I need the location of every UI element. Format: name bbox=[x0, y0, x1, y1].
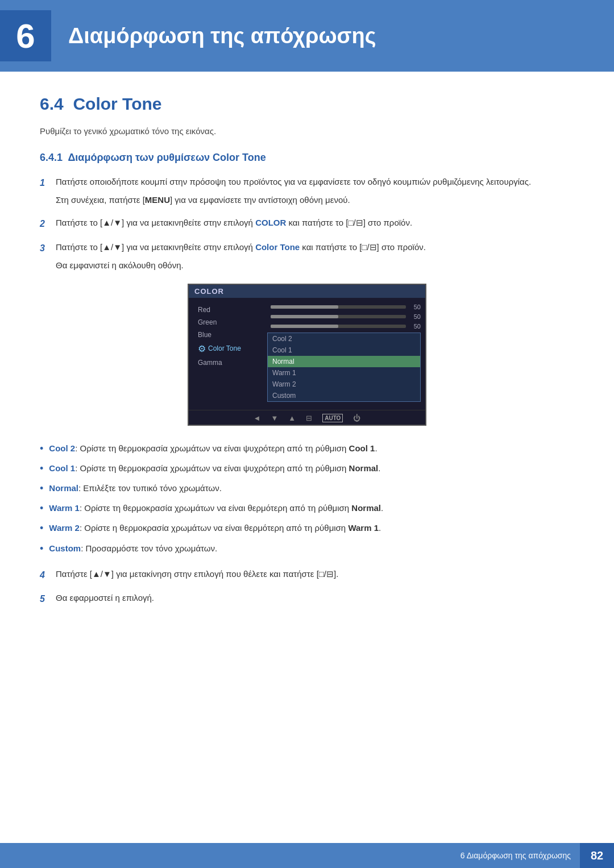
step-4: 4 Πατήστε [▲/▼] για μετακίνηση στην επιλ… bbox=[40, 567, 574, 583]
monitor-screenshot: COLOR Red Green Blue ⚙Color Tone Gamma 5… bbox=[188, 284, 426, 426]
bullet-warm1: • Warm 1: Ορίστε τη θερμοκρασία χρωμάτων… bbox=[40, 501, 574, 516]
dropdown-normal: Normal bbox=[268, 356, 420, 367]
steps-list: 1 Πατήστε οποιοδήποτε κουμπί στην πρόσοψ… bbox=[40, 175, 574, 272]
menu-item-red: Red bbox=[194, 304, 257, 316]
dropdown-custom: Custom bbox=[268, 390, 420, 401]
slider-row-red: 50 bbox=[267, 304, 421, 310]
page-header: 6 Διαμόρφωση της απόχρωσης bbox=[0, 0, 614, 72]
bullet-warm2: • Warm 2: Ορίστε η θερμοκρασία χρωμάτων … bbox=[40, 521, 574, 535]
nav-icon-auto: AUTO bbox=[322, 414, 343, 422]
main-content: 6.4 Color Tone Ρυθμίζει το γενικό χρωματ… bbox=[0, 94, 614, 663]
nav-icon-enter: ⊟ bbox=[306, 414, 312, 422]
step-2: 2 Πατήστε το [▲/▼] για να μετακινηθείτε … bbox=[40, 216, 574, 231]
nav-icon-down: ▼ bbox=[271, 414, 278, 422]
dropdown-cool1: Cool 1 bbox=[268, 344, 420, 356]
bullet-normal: • Normal: Επιλέξτε τον τυπικό τόνο χρωμά… bbox=[40, 481, 574, 496]
slider-row-blue: 50 bbox=[267, 323, 421, 330]
dropdown-cool2: Cool 2 bbox=[268, 333, 420, 344]
footer-page-number: 82 bbox=[580, 843, 614, 868]
chapter-number: 6 bbox=[0, 10, 51, 61]
step-3: 3 Πατήστε το [▲/▼] για να μετακινηθείτε … bbox=[40, 240, 574, 272]
chapter-title: Διαμόρφωση της απόχρωσης bbox=[68, 24, 376, 48]
bullet-custom: • Custom: Προσαρμόστε τον τόνο χρωμάτων. bbox=[40, 542, 574, 556]
monitor-body: Red Green Blue ⚙Color Tone Gamma 50 50 bbox=[189, 298, 425, 408]
menu-item-gamma: Gamma bbox=[194, 356, 257, 369]
colortone-dropdown: Cool 2 Cool 1 Normal Warm 1 Warm 2 Custo… bbox=[267, 333, 421, 402]
bullet-cool1: • Cool 1: Ορίστε τη θερμοκρασία χρωμάτων… bbox=[40, 462, 574, 476]
nav-icon-power: ⏻ bbox=[353, 414, 360, 422]
menu-item-green: Green bbox=[194, 316, 257, 329]
section-heading: 6.4 Color Tone bbox=[40, 94, 574, 114]
menu-item-colortone: ⚙Color Tone bbox=[194, 341, 257, 356]
step-5: 5 Θα εφαρμοστεί η επιλογή. bbox=[40, 591, 574, 607]
slider-row-green: 50 bbox=[267, 313, 421, 320]
steps-list-end: 4 Πατήστε [▲/▼] για μετακίνηση στην επιλ… bbox=[40, 567, 574, 607]
monitor-left-menu: Red Green Blue ⚙Color Tone Gamma bbox=[189, 304, 263, 402]
subsection-heading: 6.4.1 Διαμόρφωση των ρυθμίσεων Color Ton… bbox=[40, 152, 574, 164]
bullet-cool2: • Cool 2: Ορίστε τη θερμοκρασία χρωμάτων… bbox=[40, 442, 574, 456]
dropdown-warm2: Warm 2 bbox=[268, 379, 420, 390]
intro-text: Ρυθμίζει το γενικό χρωματικό τόνο της ει… bbox=[40, 126, 574, 136]
step-1: 1 Πατήστε οποιοδήποτε κουμπί στην πρόσοψ… bbox=[40, 175, 574, 207]
page-footer: 6 Διαμόρφωση της απόχρωσης 82 bbox=[0, 843, 614, 868]
menu-item-blue: Blue bbox=[194, 329, 257, 341]
nav-icon-left: ◄ bbox=[254, 414, 261, 422]
monitor-title: COLOR bbox=[189, 285, 425, 298]
bullet-list: • Cool 2: Ορίστε τη θερμοκρασία χρωμάτων… bbox=[40, 442, 574, 556]
nav-icon-up: ▲ bbox=[288, 414, 296, 422]
monitor-icon-row: ◄ ▼ ▲ ⊟ AUTO ⏻ bbox=[189, 410, 425, 425]
monitor-right-content: 50 50 50 Cool 2 Cool 1 Normal Warm 1 War… bbox=[263, 304, 425, 402]
dropdown-warm1: Warm 1 bbox=[268, 367, 420, 379]
footer-chapter-label: 6 Διαμόρφωση της απόχρωσης bbox=[460, 851, 571, 860]
